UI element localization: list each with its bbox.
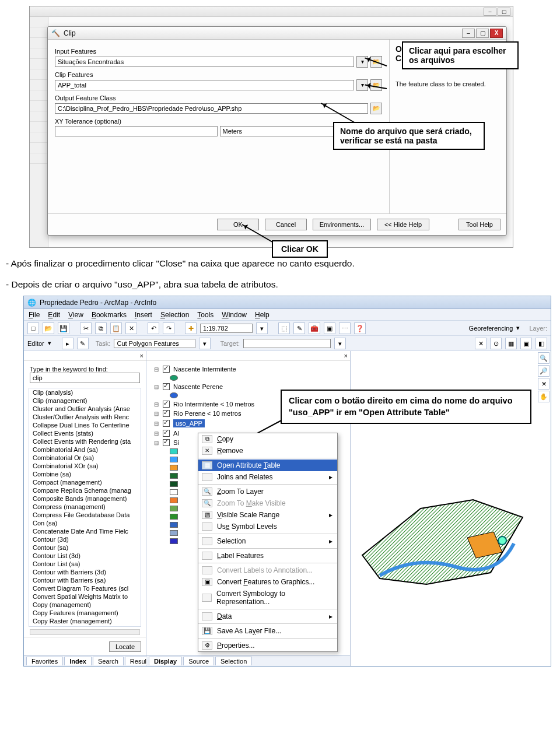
checkbox-icon[interactable] [163, 439, 170, 446]
maximize-icon[interactable]: ▢ [498, 8, 510, 16]
tool-result-item[interactable]: Contour (3d) [29, 535, 141, 543]
undo-icon[interactable]: ↶ [148, 322, 159, 334]
tool-result-item[interactable]: Collapse Dual Lines To Centerline [29, 421, 141, 429]
menu-insert[interactable]: Insert [135, 311, 152, 319]
menu-visible-scale[interactable]: ▨Visible Scale Range▸ [198, 509, 337, 521]
misc-icon[interactable]: ✕ [475, 338, 487, 349]
tool-result-item[interactable]: Cluster and Outlier Analysis (Anse [29, 405, 141, 413]
menu-properties[interactable]: ⚙Properties... [198, 640, 337, 651]
misc-icon[interactable]: ⊙ [490, 338, 502, 349]
tool-result-item[interactable]: Collect Events with Rendering (sta [29, 437, 141, 446]
tool-result-item[interactable]: Combinatorial And (sa) [29, 446, 141, 454]
target-value[interactable] [243, 339, 331, 348]
georef-label[interactable]: Georeferencing [469, 325, 513, 332]
menu-data[interactable]: Data▸ [198, 611, 337, 622]
tab-index[interactable]: Index [64, 657, 92, 665]
pan-icon[interactable]: ✋ [538, 391, 550, 402]
tool-result-item[interactable]: Combine (sa) [29, 470, 141, 478]
dialog-max-icon[interactable]: ▢ [476, 29, 489, 38]
layer-name[interactable]: Rio Perene < 10 metros [173, 410, 241, 417]
checkbox-icon[interactable] [163, 401, 170, 408]
xy-tolerance-field[interactable] [55, 126, 218, 136]
tool-result-item[interactable]: Compress (management) [29, 503, 141, 511]
whatsthis-icon[interactable]: ❓ [354, 322, 366, 334]
layer-name[interactable]: Si [173, 439, 179, 446]
layer-name[interactable]: Nascente Intermitente [173, 366, 236, 373]
tool-result-item[interactable]: Clip (management) [29, 397, 141, 405]
tool-result-item[interactable]: Combinatorial Or (sa) [29, 454, 141, 462]
full-extent-icon[interactable]: ⤧ [538, 378, 550, 390]
checkbox-icon[interactable] [163, 383, 170, 390]
task-value[interactable] [114, 339, 195, 348]
misc-icon[interactable]: ▦ [505, 338, 517, 349]
menu-joins-relates[interactable]: Joins and Relates▸ [198, 471, 337, 483]
tool-result-item[interactable]: Convert Diagram To Features (scl [29, 584, 141, 592]
checkbox-icon[interactable] [163, 366, 170, 373]
dropdown-icon[interactable]: ▾ [199, 338, 211, 349]
arctoolbox-icon[interactable]: 🧰 [309, 322, 320, 334]
tab-display[interactable]: Display [149, 657, 182, 665]
tool-result-item[interactable]: Contour (sa) [29, 543, 141, 552]
edit-tool-icon[interactable]: ▸ [62, 338, 74, 349]
cut-icon[interactable]: ✂ [80, 322, 92, 334]
search-input[interactable] [30, 373, 140, 383]
scale-input[interactable] [200, 324, 253, 333]
redo-icon[interactable]: ↷ [163, 322, 174, 334]
zoom-out-icon[interactable]: 🔎 [538, 365, 550, 377]
menu-tools[interactable]: Tools [197, 311, 214, 319]
menu-remove[interactable]: ✕Remove [198, 445, 337, 457]
menu-selection[interactable]: Selection▸ [198, 535, 337, 547]
tool-result-item[interactable]: Copy Features (management) [29, 609, 141, 617]
environments-button[interactable]: Environments... [313, 219, 371, 230]
menu-help[interactable]: Help [255, 311, 270, 319]
editor-menu[interactable]: Editor [27, 340, 44, 347]
layer-name[interactable]: Al [173, 430, 179, 437]
menu-file[interactable]: File [29, 311, 40, 319]
misc-icon[interactable]: ◧ [536, 338, 547, 349]
tool-result-item[interactable]: Contour List (3d) [29, 552, 141, 560]
left-tabs[interactable]: FavoritesIndexSearchResults [24, 655, 146, 666]
layer-name[interactable]: Nascente Perene [173, 383, 223, 390]
save-icon[interactable]: 💾 [58, 322, 69, 334]
zoom-in-icon[interactable]: 🔍 [538, 352, 550, 364]
close-panel-icon[interactable]: × [140, 352, 144, 359]
close-panel-icon[interactable]: × [344, 352, 348, 359]
tab-selection[interactable]: Selection [215, 657, 252, 665]
tool-result-item[interactable]: Copy Raster Catalog Items (mana [29, 625, 141, 627]
tool-result-item[interactable]: Compare Replica Schema (manag [29, 486, 141, 495]
add-data-icon[interactable]: ✚ [185, 322, 197, 334]
tab-favorites[interactable]: Favorites [26, 657, 63, 665]
browse-output-icon[interactable]: 📂 [370, 103, 382, 114]
toc-tabs[interactable]: DisplaySourceSelection [146, 655, 350, 666]
command-line-icon[interactable]: ▣ [324, 322, 335, 334]
menu-selection[interactable]: Selection [160, 311, 189, 319]
input-features-field[interactable] [55, 57, 354, 67]
scrollbar[interactable] [30, 629, 140, 635]
menu-edit[interactable]: Edit [48, 311, 60, 319]
dialog-close-icon[interactable]: X [490, 29, 503, 38]
checkbox-icon[interactable] [163, 420, 170, 427]
new-icon[interactable]: □ [27, 322, 39, 334]
locate-button[interactable]: Locate [109, 641, 141, 652]
editor-toolbar-icon[interactable]: ✎ [293, 322, 305, 334]
tool-result-item[interactable]: Concatenate Date And Time Fielc [29, 527, 141, 535]
tool-result-item[interactable]: Clip (analysis) [29, 388, 141, 397]
menu-window[interactable]: Window [222, 311, 247, 319]
delete-icon[interactable]: ✕ [125, 322, 137, 334]
tool-result-item[interactable]: Contour with Barriers (sa) [29, 576, 141, 584]
menu-bookmarks[interactable]: Bookmarks [92, 311, 127, 319]
layer-uso-app[interactable]: uso_APP [173, 419, 205, 427]
open-icon[interactable]: 📂 [43, 322, 54, 334]
tool-result-item[interactable]: Compress File Geodatabase Data [29, 511, 141, 519]
tool-result-item[interactable]: Contour List (sa) [29, 560, 141, 568]
minimize-icon[interactable]: – [484, 8, 496, 16]
misc-icon[interactable]: ▣ [520, 338, 532, 349]
tool-result-item[interactable]: Con (sa) [29, 519, 141, 527]
menu-use-symbol-levels[interactable]: Use Symbol Levels [198, 521, 337, 532]
ok-button[interactable]: OK [217, 219, 259, 230]
hide-help-button[interactable]: << Hide Help [377, 219, 429, 230]
tool-result-item[interactable]: Convert Spatial Weights Matrix to [29, 592, 141, 601]
tab-source[interactable]: Source [183, 657, 214, 665]
clip-features-field[interactable] [55, 80, 354, 90]
menu-convert-symbology[interactable]: Convert Symbology to Representation... [198, 588, 337, 608]
